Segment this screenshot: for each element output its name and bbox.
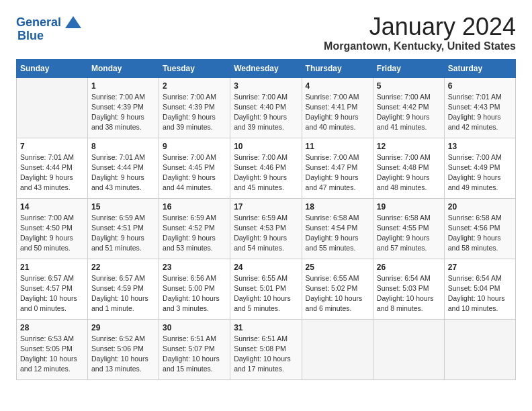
day-info: Sunrise: 7:00 AM Sunset: 4:49 PM Dayligh… — [448, 152, 512, 193]
day-number: 12 — [377, 142, 441, 151]
day-info: Sunrise: 7:00 AM Sunset: 4:48 PM Dayligh… — [377, 152, 441, 193]
day-number: 11 — [306, 142, 369, 151]
calendar-cell: 26Sunrise: 6:54 AM Sunset: 5:03 PM Dayli… — [373, 259, 444, 319]
day-info: Sunrise: 7:00 AM Sunset: 4:40 PM Dayligh… — [234, 92, 298, 133]
week-row-1: 1Sunrise: 7:00 AM Sunset: 4:39 PM Daylig… — [17, 77, 516, 138]
day-info: Sunrise: 6:58 AM Sunset: 4:54 PM Dayligh… — [306, 213, 369, 254]
day-info: Sunrise: 7:00 AM Sunset: 4:39 PM Dayligh… — [91, 92, 155, 133]
day-info: Sunrise: 7:00 AM Sunset: 4:46 PM Dayligh… — [234, 152, 298, 193]
calendar-cell: 6Sunrise: 7:01 AM Sunset: 4:43 PM Daylig… — [444, 77, 515, 138]
logo-text: General — [16, 16, 61, 30]
day-number: 18 — [306, 202, 369, 212]
day-number: 1 — [91, 81, 155, 91]
calendar-cell: 30Sunrise: 6:51 AM Sunset: 5:07 PM Dayli… — [159, 319, 230, 379]
day-info: Sunrise: 7:01 AM Sunset: 4:44 PM Dayligh… — [20, 152, 84, 193]
col-header-saturday: Saturday — [444, 59, 515, 77]
calendar-cell — [17, 77, 88, 138]
day-number: 22 — [91, 263, 155, 272]
calendar-cell: 4Sunrise: 7:00 AM Sunset: 4:41 PM Daylig… — [302, 77, 373, 138]
header-row: SundayMondayTuesdayWednesdayThursdayFrid… — [17, 59, 516, 77]
day-number: 21 — [20, 263, 84, 272]
month-title: January 2024 — [324, 13, 516, 40]
day-number: 9 — [163, 142, 226, 151]
day-info: Sunrise: 6:53 AM Sunset: 5:05 PM Dayligh… — [20, 334, 84, 375]
location-title: Morgantown, Kentucky, United States — [324, 40, 516, 52]
logo-subtext: Blue — [17, 29, 44, 42]
col-header-friday: Friday — [373, 59, 444, 77]
calendar-cell: 20Sunrise: 6:58 AM Sunset: 4:56 PM Dayli… — [444, 198, 515, 259]
calendar-cell: 19Sunrise: 6:58 AM Sunset: 4:55 PM Dayli… — [373, 198, 444, 259]
day-info: Sunrise: 7:00 AM Sunset: 4:39 PM Dayligh… — [163, 92, 226, 133]
calendar-cell: 14Sunrise: 7:00 AM Sunset: 4:50 PM Dayli… — [17, 198, 88, 259]
day-number: 15 — [91, 202, 155, 212]
day-number: 5 — [377, 81, 441, 91]
day-number: 30 — [163, 323, 226, 332]
day-number: 8 — [91, 142, 155, 151]
day-info: Sunrise: 6:52 AM Sunset: 5:06 PM Dayligh… — [91, 334, 155, 375]
day-info: Sunrise: 6:59 AM Sunset: 4:51 PM Dayligh… — [91, 213, 155, 254]
day-number: 29 — [91, 323, 155, 332]
calendar-cell: 1Sunrise: 7:00 AM Sunset: 4:39 PM Daylig… — [88, 77, 159, 138]
day-info: Sunrise: 7:00 AM Sunset: 4:42 PM Dayligh… — [377, 92, 441, 133]
calendar-cell — [373, 319, 444, 379]
day-number: 6 — [448, 81, 512, 91]
day-info: Sunrise: 6:54 AM Sunset: 5:03 PM Dayligh… — [377, 273, 441, 314]
calendar-cell: 27Sunrise: 6:54 AM Sunset: 5:04 PM Dayli… — [444, 259, 515, 319]
day-info: Sunrise: 6:51 AM Sunset: 5:08 PM Dayligh… — [234, 334, 298, 375]
day-info: Sunrise: 6:56 AM Sunset: 5:00 PM Dayligh… — [163, 273, 226, 314]
calendar-cell: 16Sunrise: 6:59 AM Sunset: 4:52 PM Dayli… — [159, 198, 230, 259]
col-header-tuesday: Tuesday — [159, 59, 230, 77]
week-row-2: 7Sunrise: 7:01 AM Sunset: 4:44 PM Daylig… — [17, 138, 516, 198]
calendar-cell: 7Sunrise: 7:01 AM Sunset: 4:44 PM Daylig… — [17, 138, 88, 198]
day-number: 13 — [448, 142, 512, 151]
day-info: Sunrise: 7:00 AM Sunset: 4:47 PM Dayligh… — [306, 152, 369, 193]
calendar-cell — [444, 319, 515, 379]
calendar-cell: 18Sunrise: 6:58 AM Sunset: 4:54 PM Dayli… — [302, 198, 373, 259]
day-info: Sunrise: 6:51 AM Sunset: 5:07 PM Dayligh… — [163, 334, 226, 375]
day-number: 3 — [234, 81, 298, 91]
day-info: Sunrise: 7:00 AM Sunset: 4:50 PM Dayligh… — [20, 213, 84, 254]
calendar-cell: 17Sunrise: 6:59 AM Sunset: 4:53 PM Dayli… — [230, 198, 302, 259]
calendar-cell: 23Sunrise: 6:56 AM Sunset: 5:00 PM Dayli… — [159, 259, 230, 319]
calendar-cell: 5Sunrise: 7:00 AM Sunset: 4:42 PM Daylig… — [373, 77, 444, 138]
day-info: Sunrise: 6:54 AM Sunset: 5:04 PM Dayligh… — [448, 273, 512, 314]
calendar-table: SundayMondayTuesdayWednesdayThursdayFrid… — [16, 59, 516, 380]
calendar-cell: 31Sunrise: 6:51 AM Sunset: 5:08 PM Dayli… — [230, 319, 302, 379]
header: General Blue January 2024 Morgantown, Ke… — [16, 13, 516, 52]
calendar-cell: 21Sunrise: 6:57 AM Sunset: 4:57 PM Dayli… — [17, 259, 88, 319]
day-info: Sunrise: 6:59 AM Sunset: 4:52 PM Dayligh… — [163, 213, 226, 254]
day-number: 19 — [377, 202, 441, 212]
day-info: Sunrise: 7:00 AM Sunset: 4:41 PM Dayligh… — [306, 92, 369, 133]
day-number: 14 — [20, 202, 84, 212]
logo: General Blue — [16, 13, 83, 43]
calendar-cell: 2Sunrise: 7:00 AM Sunset: 4:39 PM Daylig… — [159, 77, 230, 138]
day-number: 17 — [234, 202, 298, 212]
col-header-sunday: Sunday — [17, 59, 88, 77]
day-number: 28 — [20, 323, 84, 332]
calendar-cell: 29Sunrise: 6:52 AM Sunset: 5:06 PM Dayli… — [88, 319, 159, 379]
day-info: Sunrise: 6:55 AM Sunset: 5:01 PM Dayligh… — [234, 273, 298, 314]
day-number: 4 — [306, 81, 369, 91]
week-row-3: 14Sunrise: 7:00 AM Sunset: 4:50 PM Dayli… — [17, 198, 516, 259]
day-info: Sunrise: 7:01 AM Sunset: 4:44 PM Dayligh… — [91, 152, 155, 193]
calendar-cell: 11Sunrise: 7:00 AM Sunset: 4:47 PM Dayli… — [302, 138, 373, 198]
calendar-cell — [302, 319, 373, 379]
day-info: Sunrise: 7:00 AM Sunset: 4:45 PM Dayligh… — [163, 152, 226, 193]
day-number: 27 — [448, 263, 512, 272]
day-info: Sunrise: 6:58 AM Sunset: 4:55 PM Dayligh… — [377, 213, 441, 254]
calendar-cell: 22Sunrise: 6:57 AM Sunset: 4:59 PM Dayli… — [88, 259, 159, 319]
day-info: Sunrise: 6:55 AM Sunset: 5:02 PM Dayligh… — [306, 273, 369, 314]
calendar-cell: 12Sunrise: 7:00 AM Sunset: 4:48 PM Dayli… — [373, 138, 444, 198]
calendar-cell: 25Sunrise: 6:55 AM Sunset: 5:02 PM Dayli… — [302, 259, 373, 319]
day-number: 24 — [234, 263, 298, 272]
day-info: Sunrise: 7:01 AM Sunset: 4:43 PM Dayligh… — [448, 92, 512, 133]
col-header-thursday: Thursday — [302, 59, 373, 77]
title-block: January 2024 Morgantown, Kentucky, Unite… — [324, 13, 516, 52]
day-number: 16 — [163, 202, 226, 212]
day-info: Sunrise: 6:57 AM Sunset: 4:57 PM Dayligh… — [20, 273, 84, 314]
calendar-cell: 10Sunrise: 7:00 AM Sunset: 4:46 PM Dayli… — [230, 138, 302, 198]
day-number: 31 — [234, 323, 298, 332]
day-info: Sunrise: 6:58 AM Sunset: 4:56 PM Dayligh… — [448, 213, 512, 254]
calendar-cell: 13Sunrise: 7:00 AM Sunset: 4:49 PM Dayli… — [444, 138, 515, 198]
calendar-cell: 28Sunrise: 6:53 AM Sunset: 5:05 PM Dayli… — [17, 319, 88, 379]
